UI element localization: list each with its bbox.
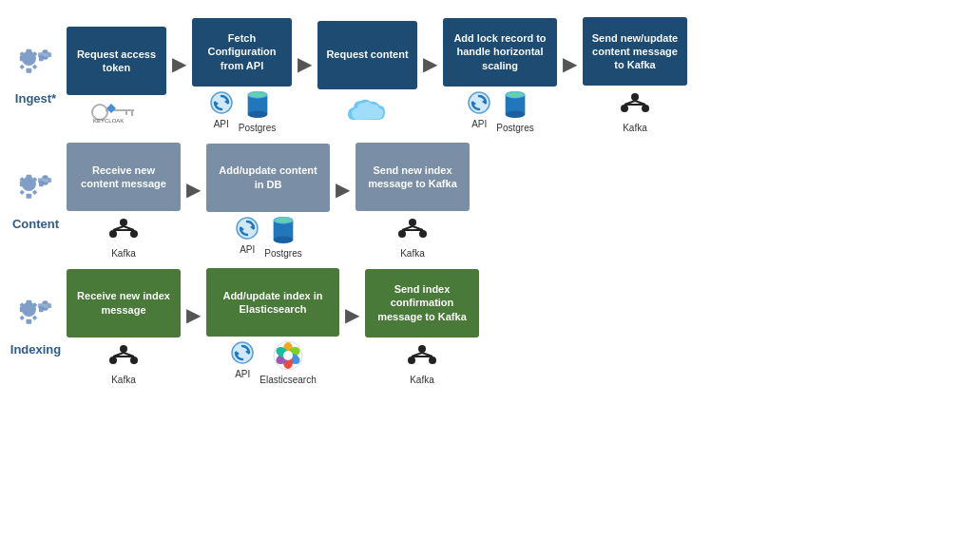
svg-rect-77 (26, 300, 31, 305)
indexing-step-1-box: Receive new index message (67, 269, 181, 338)
svg-point-72 (419, 230, 427, 238)
svg-rect-7 (19, 64, 24, 68)
svg-point-106 (283, 351, 293, 360)
indexing-step-1: Receive new index message Kafka (67, 269, 181, 385)
svg-point-38 (642, 105, 649, 112)
svg-rect-88 (37, 303, 40, 308)
content-step-3-box: Send new index message to Kafka (355, 143, 470, 211)
postgres-label-2: Postgres (496, 123, 533, 133)
api-icon-col: API (208, 89, 235, 133)
diagram-container: Ingest* Request access token (0, 0, 980, 540)
indexing-row: Indexing Receive new index message Kafka (10, 268, 970, 385)
content-step-1: Receive new content message Kafka (67, 143, 181, 259)
svg-rect-50 (31, 189, 36, 194)
indexing-step-3: Send index confirmation message to Kafka… (365, 269, 479, 385)
svg-point-56 (120, 219, 127, 226)
api-icon-col-c: API (234, 215, 260, 259)
api-icon-col-idx: API (229, 339, 256, 385)
ingest-step-2: Fetch Configuration from API API (192, 18, 292, 133)
ingest-label: Ingest* (10, 91, 62, 106)
svg-point-70 (409, 219, 416, 226)
kafka-icon-content3: Kafka (397, 215, 428, 259)
kafka-label-content1: Kafka (108, 248, 139, 259)
db-icon-col-2: Postgres (496, 89, 533, 133)
indexing-gear: Indexing (10, 297, 62, 357)
svg-rect-2 (26, 68, 31, 72)
ingest-gear: Ingest* (10, 46, 62, 106)
svg-rect-43 (26, 174, 31, 179)
content-step-2-box: Add/update content in DB (206, 144, 330, 212)
ingest-step-2-box: Fetch Configuration from API (192, 18, 292, 87)
arrow-idx2: ▶ (345, 303, 359, 350)
svg-rect-89 (48, 303, 50, 308)
ingest-step-5: Send new/update content message to Kafka… (583, 17, 687, 133)
kafka-label-index3: Kafka (407, 375, 437, 385)
content-row: Content Receive new content message Kafk… (10, 143, 970, 259)
es-label: Elasticsearch (259, 375, 316, 385)
ingest-steps: Request access token KEYCLOAK (67, 17, 970, 133)
svg-point-35 (508, 92, 524, 97)
svg-point-36 (631, 93, 639, 101)
svg-point-109 (429, 357, 436, 364)
indexing-label: Indexing (10, 342, 62, 357)
svg-rect-10 (43, 49, 48, 52)
svg-rect-86 (43, 300, 48, 303)
content-gear: Content (10, 171, 62, 231)
svg-point-27 (249, 92, 265, 97)
api-label-2: API (471, 119, 487, 129)
svg-point-71 (398, 230, 406, 238)
ingest-step-1: Request access token KEYCLOAK (67, 27, 166, 124)
arrow-c1: ▶ (186, 178, 201, 224)
svg-point-25 (247, 110, 267, 118)
svg-rect-78 (26, 319, 31, 324)
postgres-label-1: Postgres (239, 123, 276, 133)
svg-point-57 (109, 230, 117, 238)
svg-rect-49 (19, 189, 24, 194)
api-label-c: API (240, 244, 255, 255)
arrow-idx1: ▶ (186, 303, 201, 350)
kafka-icon-ingest: Kafka (620, 89, 650, 133)
api-label: API (214, 119, 229, 129)
ingest-step-3: Request content (317, 21, 417, 130)
kafka-label-index1: Kafka (108, 375, 139, 385)
api-icon-col-2: API (466, 89, 492, 133)
content-label: Content (10, 217, 62, 231)
ingest-step-2-icons: API Postgres (208, 89, 276, 133)
svg-point-69 (276, 218, 292, 222)
arrow-i3: ▶ (423, 52, 437, 99)
svg-point-33 (506, 110, 526, 118)
svg-rect-13 (48, 52, 50, 57)
svg-rect-53 (43, 182, 48, 184)
ingest-step-4-icons: API Postgres (466, 89, 533, 133)
db-icon-col: Postgres (239, 89, 276, 133)
svg-text:KEYCLOAK: KEYCLOAK (93, 118, 124, 124)
svg-rect-55 (48, 178, 50, 183)
ingest-step-3-box: Request content (317, 21, 417, 89)
indexing-step-2-box: Add/update index in Elasticsearch (206, 268, 339, 337)
svg-rect-83 (19, 316, 24, 320)
indexing-step-2-icons: API (229, 339, 316, 385)
arrow-c2: ▶ (336, 178, 350, 224)
kafka-icon-index1: Kafka (108, 341, 139, 385)
svg-point-37 (621, 105, 628, 112)
indexing-step-3-box: Send index confirmation message to Kafka (365, 269, 479, 338)
arrow-i1: ▶ (172, 52, 186, 99)
svg-rect-52 (43, 175, 48, 178)
content-steps: Receive new content message Kafka ▶ (67, 143, 970, 259)
arrow-i2: ▶ (298, 52, 312, 99)
es-icon-col: Elasticsearch (259, 339, 316, 385)
api-label-idx: API (235, 369, 250, 379)
svg-rect-54 (37, 178, 40, 183)
svg-point-92 (130, 357, 138, 364)
kafka-label-ingest: Kafka (620, 123, 650, 133)
svg-rect-1 (26, 48, 31, 53)
indexing-step-2: Add/update index in Elasticsearch API (206, 268, 339, 385)
svg-point-91 (109, 357, 117, 364)
ingest-step-4: Add lock record to handle horizontal sca… (443, 18, 557, 133)
svg-point-90 (120, 345, 127, 353)
svg-rect-44 (26, 193, 31, 198)
ingest-step-1-box: Request access token (67, 27, 166, 95)
arrow-i4: ▶ (563, 52, 577, 99)
content-step-1-box: Receive new content message (67, 143, 181, 211)
cloud-icon-area (344, 93, 392, 130)
